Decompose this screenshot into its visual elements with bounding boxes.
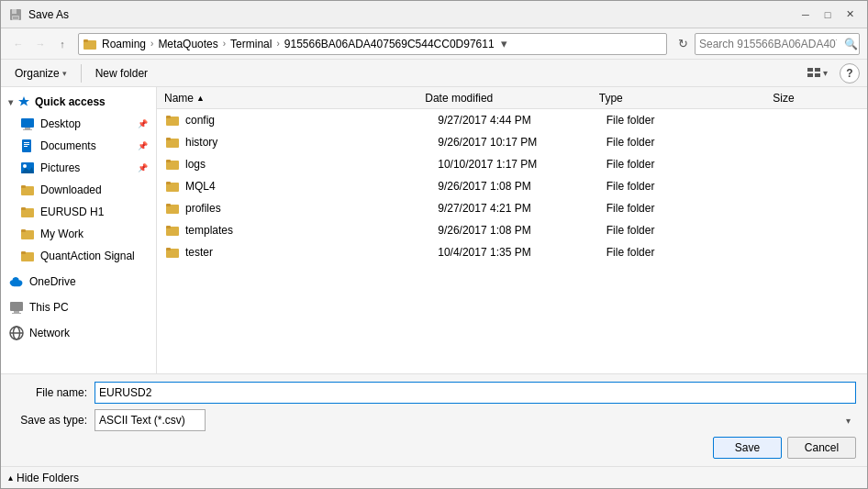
file-date: 10/10/2017 1:17 PM	[438, 158, 606, 171]
hide-folders-toggle[interactable]: ▴ Hide Folders	[8, 472, 79, 484]
organize-button[interactable]: Organize ▾	[8, 62, 73, 84]
svg-point-19	[23, 164, 27, 168]
organize-chevron: ▾	[62, 69, 67, 78]
svg-rect-38	[166, 138, 171, 140]
save-button[interactable]: Save	[713, 437, 782, 459]
folder-row-icon	[165, 223, 180, 238]
sidebar-item-eurusd[interactable]: EURUSD H1	[1, 201, 156, 223]
cancel-button[interactable]: Cancel	[787, 437, 856, 459]
file-date: 9/26/2017 1:08 PM	[438, 224, 606, 237]
help-button[interactable]: ?	[840, 63, 860, 83]
column-size[interactable]: Size	[773, 92, 860, 105]
file-row[interactable]: profiles 9/27/2017 4:21 PM File folder	[157, 197, 867, 219]
quick-access-expand-icon: ▾	[8, 97, 13, 107]
maximize-button[interactable]: □	[818, 6, 838, 23]
svg-rect-28	[21, 251, 26, 254]
folder-row-icon	[165, 135, 180, 150]
svg-rect-31	[12, 313, 21, 314]
view-button[interactable]: ▾	[802, 63, 832, 83]
file-name: MQL4	[185, 180, 438, 193]
thispc-icon	[9, 300, 24, 315]
svg-rect-16	[24, 144, 29, 145]
pictures-label: Pictures	[40, 161, 136, 174]
file-row[interactable]: config 9/27/2017 4:44 PM File folder	[157, 109, 867, 131]
svg-rect-1	[12, 9, 17, 14]
desktop-pin-icon: 📌	[138, 119, 148, 128]
sidebar-item-downloaded[interactable]: Downloaded	[1, 179, 156, 201]
sidebar-item-thispc[interactable]: This PC	[1, 296, 156, 318]
sidebar-item-documents[interactable]: Documents 📌	[1, 135, 156, 157]
svg-rect-44	[166, 204, 171, 206]
column-type[interactable]: Type	[599, 92, 773, 105]
folder-row-icon	[165, 201, 180, 216]
new-folder-button[interactable]: New folder	[89, 62, 154, 84]
breadcrumb-item: Roaming › MetaQuotes › Terminal › 915566…	[83, 37, 495, 51]
up-button[interactable]: ↑	[52, 34, 72, 54]
svg-rect-26	[21, 229, 26, 232]
filename-label: File name:	[12, 386, 95, 399]
quick-access-label: Quick access	[35, 95, 106, 108]
hide-folders-label: Hide Folders	[17, 472, 79, 484]
column-name[interactable]: Name ▲	[164, 92, 425, 105]
search-input[interactable]	[696, 38, 840, 50]
file-type: File folder	[606, 246, 775, 259]
network-icon	[9, 326, 24, 340]
file-name: tester	[185, 246, 438, 259]
network-label: Network	[29, 327, 148, 339]
filetype-select-wrapper: ASCII Text (*.csv)	[95, 409, 856, 431]
svg-rect-17	[24, 146, 28, 147]
downloaded-label: Downloaded	[40, 183, 148, 196]
thispc-label: This PC	[29, 301, 148, 314]
file-date: 9/27/2017 4:44 PM	[438, 114, 606, 127]
filename-row: File name:	[12, 382, 856, 404]
desktop-label: Desktop	[40, 117, 136, 130]
organize-toolbar: Organize ▾ New folder ▾ ?	[1, 60, 867, 87]
sidebar: ▾ Quick access Desktop 📌	[1, 87, 157, 373]
documents-icon	[20, 139, 35, 153]
pictures-icon	[20, 161, 35, 175]
file-row[interactable]: logs 10/10/2017 1:17 PM File folder	[157, 153, 867, 175]
sidebar-item-desktop[interactable]: Desktop 📌	[1, 113, 156, 135]
folder-icon	[83, 37, 97, 51]
refresh-button[interactable]: ↻	[673, 34, 693, 54]
file-row[interactable]: templates 9/26/2017 1:08 PM File folder	[157, 219, 867, 241]
forward-button[interactable]: →	[30, 34, 50, 54]
onedrive-icon	[9, 274, 24, 289]
quick-access-header[interactable]: ▾ Quick access	[1, 91, 156, 113]
sidebar-item-network[interactable]: Network	[1, 322, 156, 344]
folder-row-icon	[165, 245, 180, 260]
file-date: 9/26/2017 10:17 PM	[438, 136, 606, 149]
file-row[interactable]: MQL4 9/26/2017 1:08 PM File folder	[157, 175, 867, 197]
view-icon	[807, 66, 821, 81]
eurusd-label: EURUSD H1	[40, 206, 148, 218]
file-row[interactable]: tester 10/4/2017 1:35 PM File folder	[157, 241, 867, 263]
svg-rect-6	[807, 68, 813, 72]
documents-pin-icon: 📌	[138, 141, 148, 150]
address-bar[interactable]: Roaming › MetaQuotes › Terminal › 915566…	[78, 33, 667, 55]
dropdown-button[interactable]: ▾	[495, 34, 515, 54]
save-icon	[8, 7, 23, 22]
svg-rect-29	[10, 302, 23, 311]
svg-rect-12	[25, 128, 30, 129]
search-box[interactable]: 🔍	[695, 33, 860, 55]
file-type: File folder	[606, 202, 775, 215]
column-date[interactable]: Date modified	[425, 92, 599, 105]
filetype-label: Save as type:	[12, 414, 95, 427]
sidebar-item-mywork[interactable]: My Work	[1, 223, 156, 245]
close-button[interactable]: ✕	[840, 6, 860, 23]
folder-row-icon	[165, 179, 180, 194]
sidebar-item-onedrive[interactable]: OneDrive	[1, 271, 156, 293]
svg-rect-5	[83, 39, 88, 42]
eurusd-icon	[20, 205, 35, 219]
sidebar-item-quantaction[interactable]: QuantAction Signal	[1, 245, 156, 267]
filetype-row: Save as type: ASCII Text (*.csv)	[12, 409, 856, 431]
back-button[interactable]: ←	[8, 34, 28, 54]
hide-folders-icon: ▴	[8, 472, 13, 483]
mywork-label: My Work	[40, 228, 148, 240]
file-row[interactable]: history 9/26/2017 10:17 PM File folder	[157, 131, 867, 153]
sidebar-item-pictures[interactable]: Pictures 📌	[1, 157, 156, 179]
filename-input[interactable]	[95, 382, 856, 404]
mywork-icon	[20, 227, 35, 241]
filetype-select[interactable]: ASCII Text (*.csv)	[95, 409, 206, 431]
minimize-button[interactable]: ─	[796, 6, 816, 23]
